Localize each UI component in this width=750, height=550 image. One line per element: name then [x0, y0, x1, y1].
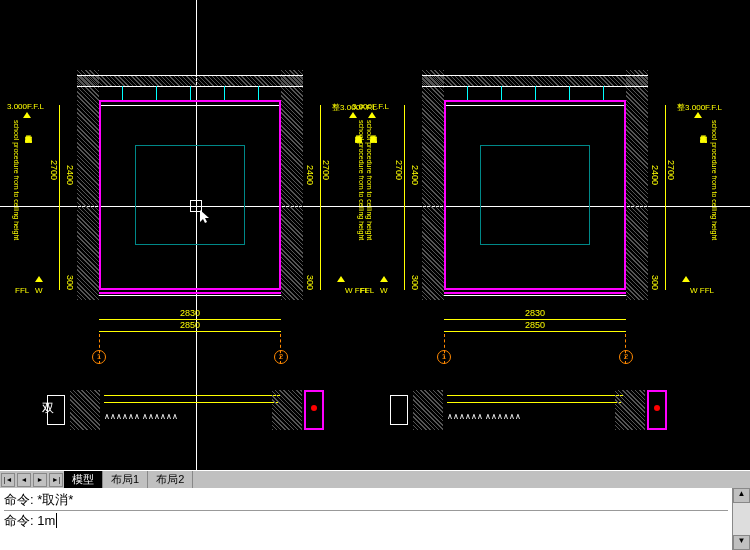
level-label: W FFL: [690, 286, 714, 295]
command-history-line: 命令: *取消*: [4, 490, 728, 510]
tab-prev-button[interactable]: ◄: [17, 473, 31, 487]
dim-value: 2830: [180, 308, 200, 318]
dim-value: 300: [410, 275, 420, 290]
level-arrow-icon: [349, 112, 357, 118]
command-input-line[interactable]: 命令: 1m: [4, 510, 728, 530]
cad-drawing-area[interactable]: 2700 2400 300 2700 2400 300 未标的都从天花板高 sc…: [0, 0, 750, 470]
dim-vertical: [404, 105, 405, 290]
tab-next-button[interactable]: ►: [33, 473, 47, 487]
dim-value: 2830: [525, 308, 545, 318]
door-swing: [390, 395, 408, 425]
dim-value: 2700: [321, 160, 331, 180]
ceiling-hangers: [450, 86, 620, 100]
scroll-up-button[interactable]: ▲: [733, 488, 750, 503]
annotation: school procedure from to ceiling height: [358, 120, 365, 240]
annotation: school procedure from to ceiling height: [711, 120, 718, 240]
band-line: [104, 395, 280, 403]
dim-value: 2400: [410, 165, 420, 185]
dim-value: 300: [305, 275, 315, 290]
wall-hatch: [422, 70, 444, 300]
red-dot-icon: [311, 405, 317, 411]
door-swing: [47, 395, 65, 425]
dim-horizontal: [99, 331, 281, 332]
layout-tabs-bar: |◄ ◄ ► ►| 模型 布局1 布局2: [0, 470, 750, 488]
level-label: FFL: [15, 286, 29, 295]
level-label: 3.000F.F.L: [7, 102, 44, 111]
level-arrow-icon: [23, 112, 31, 118]
wall-hatch: [70, 390, 100, 430]
command-prompt: 命令:: [4, 513, 34, 528]
dim-value: 2400: [65, 165, 75, 185]
ceiling-recess: [135, 145, 245, 245]
dim-vertical: [59, 105, 60, 290]
tab-layout1[interactable]: 布局1: [103, 471, 148, 488]
dim-value: 2850: [180, 320, 200, 330]
wall-hatch: [272, 390, 302, 430]
plan-strip-right: ∧∧∧∧∧∧ ∧∧∧∧∧∧: [395, 390, 675, 440]
dim-value: 300: [650, 275, 660, 290]
level-label: 3.000F.F.L: [352, 102, 389, 111]
floor-line: [99, 292, 281, 296]
red-dot-icon: [654, 405, 660, 411]
level-arrow-icon: [35, 276, 43, 282]
wall-hatch: [615, 390, 645, 430]
band-line: [447, 395, 623, 403]
ceiling-hangers: [105, 86, 275, 100]
command-scrollbar[interactable]: ▲ ▼: [732, 488, 750, 550]
dim-value: 2700: [666, 160, 676, 180]
command-text[interactable]: 命令: *取消* 命令: 1m: [0, 488, 732, 550]
dim-value: 2700: [49, 160, 59, 180]
level-label: W: [380, 286, 388, 295]
dim-vertical: [665, 105, 666, 290]
level-arrow-icon: [337, 276, 345, 282]
dim-vertical: [320, 105, 321, 290]
annotation: school procedure from to ceiling height: [366, 120, 373, 240]
dim-horizontal: [444, 331, 626, 332]
level-label: W: [35, 286, 43, 295]
axis-bubble: 2: [619, 350, 633, 364]
wall-hatch: [77, 70, 99, 300]
tab-model[interactable]: 模型: [64, 471, 103, 488]
floor-line: [444, 292, 626, 296]
wall-hatch: [281, 70, 303, 300]
dim-value: 2850: [525, 320, 545, 330]
axis-bubble: 2: [274, 350, 288, 364]
tab-layout2[interactable]: 布局2: [148, 471, 193, 488]
dim-value: 2700: [394, 160, 404, 180]
wall-hatch: [626, 70, 648, 300]
ceiling-recess: [480, 145, 590, 245]
command-window: 命令: *取消* 命令: 1m ▲ ▼: [0, 488, 750, 550]
level-label: FFL: [360, 286, 374, 295]
axis-bubble: 1: [437, 350, 451, 364]
command-prompt: 命令:: [4, 492, 34, 507]
break-line: ∧∧∧∧∧∧ ∧∧∧∧∧∧: [104, 412, 280, 422]
tab-first-button[interactable]: |◄: [1, 473, 15, 487]
command-input-value[interactable]: 1m: [37, 513, 57, 528]
dim-value: 300: [65, 275, 75, 290]
level-arrow-icon: [380, 276, 388, 282]
level-arrow-icon: [694, 112, 702, 118]
command-output: *取消*: [37, 492, 73, 507]
elevation-right: 2700 2400 300 2700 2400 300 未标的都从天花板高 sc…: [390, 70, 680, 350]
annotation: school procedure from to ceiling height: [13, 120, 20, 240]
axis-bubble: 1: [92, 350, 106, 364]
dim-value: 2400: [305, 165, 315, 185]
scroll-down-button[interactable]: ▼: [733, 535, 750, 550]
elevation-left: 2700 2400 300 2700 2400 300 未标的都从天花板高 sc…: [45, 70, 335, 350]
break-line: ∧∧∧∧∧∧ ∧∧∧∧∧∧: [447, 412, 623, 422]
dim-value: 2400: [650, 165, 660, 185]
scroll-track[interactable]: [733, 503, 750, 535]
tab-last-button[interactable]: ►|: [49, 473, 63, 487]
plan-strip-left: 双 ∧∧∧∧∧∧ ∧∧∧∧∧∧: [52, 390, 332, 440]
wall-hatch: [413, 390, 443, 430]
level-arrow-icon: [368, 112, 376, 118]
level-arrow-icon: [682, 276, 690, 282]
